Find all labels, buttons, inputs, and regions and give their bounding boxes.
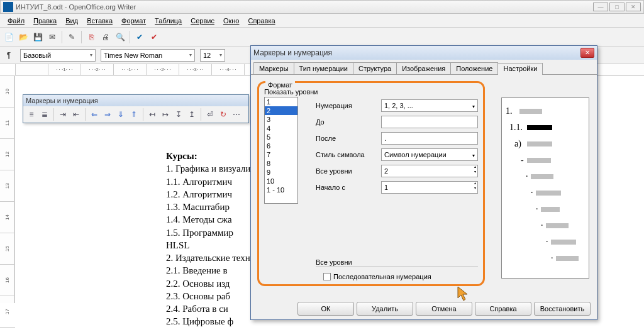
after-label: После — [316, 135, 381, 142]
startat-label: Начало с — [316, 184, 381, 191]
before-input[interactable] — [381, 116, 478, 128]
font-size-combo[interactable]: 12 — [200, 49, 225, 62]
vertical-ruler[interactable]: 101112131415161718 — [0, 75, 15, 303]
bullets-numbering-toolbar[interactable]: Маркеры и нумерация ≡ ≣ ⇥ ⇤ ⇐ ⇒ ⇓ ⇑ ↤ ↦ … — [23, 94, 249, 123]
menu-tools[interactable]: Сервис — [187, 16, 218, 26]
menu-window[interactable]: Окно — [219, 16, 243, 26]
edit-icon[interactable]: ✎ — [65, 31, 78, 43]
level-item-selected[interactable]: 2 — [265, 106, 297, 115]
insert-unnum-icon[interactable]: ⏎ — [204, 109, 216, 120]
dialog-button-row: ОК Удалить Отмена Справка Восстановить — [251, 297, 597, 319]
open-icon[interactable]: 📂 — [17, 31, 30, 43]
window-controls: — □ ✕ — [593, 3, 641, 11]
levels-listbox[interactable]: 1 2 3 4 5 6 7 8 9 10 1 - 10 — [264, 97, 298, 204]
tab-bullets[interactable]: Маркеры — [253, 62, 294, 74]
dialog-close-icon[interactable]: ✕ — [580, 48, 594, 58]
tab-position[interactable]: Положение — [450, 62, 498, 74]
before-label: До — [316, 118, 381, 126]
level-item[interactable]: 6 — [265, 141, 297, 150]
menu-table[interactable]: Таблица — [151, 16, 186, 26]
window-title: ИНТУИТ_8.odt - OpenOffice.org Writer — [16, 3, 593, 11]
print-icon[interactable]: 🖨 — [99, 31, 112, 43]
dialog-body: Формат Показать уровни 1 2 3 4 5 6 7 8 9… — [251, 75, 597, 297]
consecutive-label: Последовательная нумерация — [333, 273, 431, 280]
restart-num-icon[interactable]: ↻ — [218, 109, 229, 120]
standard-toolbar: 📄 📂 💾 ✉ ✎ ⎘ 🖨 🔍 ✔ ✔ — [0, 28, 644, 47]
menu-help[interactable]: Справка — [244, 16, 279, 26]
arrow-right-icon[interactable]: ⇒ — [102, 109, 113, 120]
level-item[interactable]: 5 — [265, 133, 297, 141]
list-off-icon[interactable]: ≡ — [26, 109, 37, 120]
maximize-icon[interactable]: □ — [609, 3, 625, 11]
sub-left-icon[interactable]: ↤ — [147, 109, 158, 120]
app-icon — [3, 2, 13, 12]
demote-icon[interactable]: ⇥ — [57, 109, 69, 120]
save-icon[interactable]: 💾 — [31, 31, 44, 43]
autospell-icon[interactable]: ✔ — [148, 31, 160, 43]
level-item[interactable]: 1 - 10 — [265, 185, 297, 194]
level-item[interactable]: 3 — [265, 115, 297, 124]
numbering-combo[interactable]: 1, 2, 3, ... — [381, 99, 478, 112]
sub-down-icon[interactable]: ↧ — [173, 109, 184, 120]
arrow-down-icon[interactable]: ⇓ — [115, 109, 126, 120]
window-titlebar: ИНТУИТ_8.odt - OpenOffice.org Writer — □… — [0, 0, 644, 14]
styles-icon[interactable]: ¶ — [3, 49, 15, 62]
font-name-combo[interactable]: Times New Roman — [101, 49, 195, 62]
level-item[interactable]: 1 — [265, 97, 297, 106]
level-item[interactable]: 8 — [265, 159, 297, 168]
menu-file[interactable]: Файл — [4, 16, 28, 26]
menubar: Файл Правка Вид Вставка Формат Таблица С… — [0, 14, 644, 28]
spellcheck-icon[interactable]: ✔ — [133, 31, 146, 43]
restore-button[interactable]: Восстановить — [534, 302, 591, 316]
promote-icon[interactable]: ⇤ — [70, 109, 82, 120]
all-levels-group-label: Все уровни — [316, 258, 478, 266]
arrow-up-icon[interactable]: ⇑ — [128, 109, 140, 120]
dialog-tabs: Маркеры Тип нумерации Структура Изображе… — [251, 60, 597, 75]
preview-icon[interactable]: 🔍 — [114, 31, 126, 43]
show-sublevels-spinner[interactable]: 2 — [381, 165, 478, 177]
showall-label: Все уровни — [316, 167, 381, 175]
cancel-button[interactable]: Отмена — [416, 302, 472, 316]
minimize-icon[interactable]: — — [593, 3, 608, 11]
floating-toolbar-title[interactable]: Маркеры и нумерация — [23, 95, 248, 106]
consecutive-checkbox[interactable] — [323, 273, 331, 280]
list-on-icon[interactable]: ≣ — [39, 109, 50, 120]
tab-options[interactable]: Настройки — [497, 63, 543, 75]
tab-outline[interactable]: Структура — [353, 62, 397, 74]
paragraph-style-combo[interactable]: Базовый — [20, 49, 96, 62]
level-item[interactable]: 7 — [265, 150, 297, 159]
numbering-label: Нумерация — [316, 102, 381, 109]
ok-button[interactable]: ОК — [297, 302, 354, 316]
numbering-preview: 1. 1.1. a) - · · · · · · — [501, 97, 589, 279]
dialog-title-text: Маркеры и нумерация — [253, 48, 580, 57]
help-button[interactable]: Справка — [475, 302, 531, 316]
arrow-left-icon[interactable]: ⇐ — [89, 109, 100, 120]
format-groupbox: Формат Показать уровни 1 2 3 4 5 6 7 8 9… — [257, 81, 485, 286]
bullets-dialog-icon[interactable]: ⋯ — [231, 109, 242, 120]
start-at-spinner[interactable]: 1 — [381, 181, 478, 194]
charstyle-label: Стиль символа — [316, 151, 381, 158]
delete-button[interactable]: Удалить — [357, 302, 413, 316]
show-levels-label: Показать уровни — [264, 88, 478, 96]
dialog-titlebar[interactable]: Маркеры и нумерация ✕ — [251, 46, 597, 60]
charstyle-combo[interactable]: Символ нумерации — [381, 148, 478, 161]
level-item[interactable]: 4 — [265, 124, 297, 133]
pdf-icon[interactable]: ⎘ — [85, 31, 97, 43]
sub-right-icon[interactable]: ↦ — [160, 109, 171, 120]
menu-format[interactable]: Формат — [118, 16, 150, 26]
close-icon[interactable]: ✕ — [626, 3, 641, 11]
format-group-label: Формат — [265, 81, 295, 89]
tab-graphics[interactable]: Изображения — [396, 62, 451, 74]
menu-insert[interactable]: Вставка — [83, 16, 116, 26]
menu-edit[interactable]: Правка — [30, 16, 60, 26]
sub-up-icon[interactable]: ↥ — [186, 109, 197, 120]
after-input[interactable] — [381, 132, 478, 145]
level-item[interactable]: 10 — [265, 177, 297, 185]
mail-icon[interactable]: ✉ — [46, 31, 58, 43]
new-icon[interactable]: 📄 — [3, 31, 15, 43]
menu-view[interactable]: Вид — [62, 16, 82, 26]
bullets-numbering-dialog: Маркеры и нумерация ✕ Маркеры Тип нумера… — [250, 45, 597, 320]
tab-numbering-type[interactable]: Тип нумерации — [294, 62, 353, 74]
level-item[interactable]: 9 — [265, 168, 297, 177]
